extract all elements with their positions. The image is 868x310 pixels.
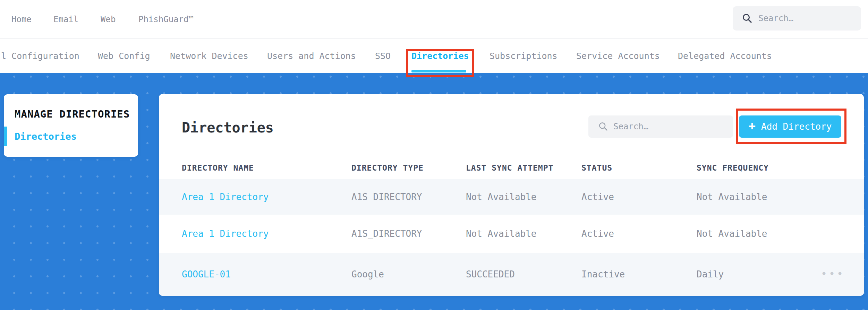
global-search-box[interactable] [733, 6, 861, 31]
workspace-background: MANAGE DIRECTORIES Directories Directori… [0, 73, 868, 310]
search-icon [598, 121, 609, 132]
sync-frequency-cell: Not Available [697, 192, 821, 202]
topnav-item-home[interactable]: Home [11, 0, 32, 38]
directory-type-cell: A1S_DIRECTORY [351, 229, 466, 239]
sync-frequency-cell: Daily [697, 269, 821, 279]
column-header-status: STATUS [581, 163, 697, 172]
column-header-directory-type: DIRECTORY TYPE [351, 163, 466, 172]
sync-frequency-cell: Not Available [697, 229, 821, 239]
sidebar-item-directories[interactable]: Directories [15, 131, 77, 142]
tab-service-accounts[interactable]: Service Accounts [576, 39, 660, 73]
directory-name-link[interactable]: Area 1 Directory [182, 229, 269, 239]
directories-search-input[interactable] [613, 122, 717, 131]
tab-delegated-accounts[interactable]: Delegated Accounts [678, 39, 772, 73]
directory-name-link[interactable]: Area 1 Directory [182, 192, 269, 202]
topnav-item-email[interactable]: Email [53, 0, 78, 38]
top-navigation-bar: Home Email Web PhishGuard™ [0, 0, 868, 39]
search-icon [742, 13, 753, 24]
tab-web-config[interactable]: Web Config [98, 39, 150, 73]
column-header-last-sync: LAST SYNC ATTEMPT [466, 163, 581, 172]
last-sync-cell: SUCCEEDED [466, 269, 581, 279]
tab-sso[interactable]: SSO [375, 39, 391, 73]
manage-directories-card: MANAGE DIRECTORIES Directories [4, 94, 138, 157]
sidebar-card-title: MANAGE DIRECTORIES [15, 108, 130, 120]
last-sync-cell: Not Available [466, 229, 581, 239]
directory-type-cell: A1S_DIRECTORY [351, 192, 466, 202]
tab-users-and-actions[interactable]: Users and Actions [267, 39, 356, 73]
row-actions-menu-icon[interactable]: ••• [821, 268, 845, 280]
status-cell: Active [581, 192, 697, 202]
tab-subscriptions[interactable]: Subscriptions [490, 39, 558, 73]
directories-panel: Directories + Add Directory DIRECTORY NA… [159, 94, 864, 296]
table-row: GOOGLE-01 Google SUCCEEDED Inactive Dail… [159, 253, 864, 296]
status-cell: Inactive [581, 269, 697, 279]
annotation-box-directories-tab [406, 49, 474, 77]
topnav-item-web[interactable]: Web [101, 0, 116, 38]
annotation-box-add-directory [736, 109, 846, 144]
topnav-item-phishguard[interactable]: PhishGuard™ [138, 0, 194, 38]
status-cell: Active [581, 229, 697, 239]
column-header-sync-frequency: SYNC FREQUENCY [697, 163, 821, 172]
table-header-row: DIRECTORY NAME DIRECTORY TYPE LAST SYNC … [159, 156, 864, 179]
page-title: Directories [182, 120, 274, 136]
global-search-input[interactable] [758, 14, 845, 23]
directory-type-cell: Google [351, 269, 466, 279]
table-row: Area 1 Directory A1S_DIRECTORY Not Avail… [159, 215, 864, 253]
active-item-indicator-bar [4, 127, 7, 146]
column-header-directory-name: DIRECTORY NAME [182, 163, 351, 172]
directory-name-link[interactable]: GOOGLE-01 [182, 269, 231, 279]
tab-network-devices[interactable]: Network Devices [170, 39, 248, 73]
tab-email-configuration[interactable]: l Configuration [1, 39, 79, 73]
directories-search-box[interactable] [588, 115, 733, 138]
last-sync-cell: Not Available [466, 192, 581, 202]
table-row: Area 1 Directory A1S_DIRECTORY Not Avail… [159, 179, 864, 215]
